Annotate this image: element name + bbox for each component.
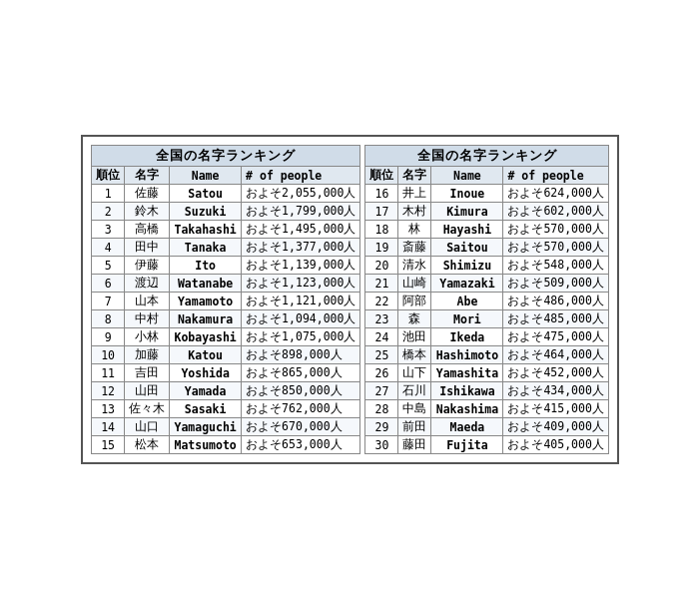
rank-cell: 21 (365, 275, 398, 293)
rank-cell: 25 (365, 346, 398, 364)
rank-cell: 16 (365, 185, 398, 203)
table-row: 27 石川 Ishikawa およそ434,000人 (365, 382, 608, 400)
people-cell: およそ1,123,000人 (242, 275, 360, 293)
kanji-cell: 小林 (125, 328, 170, 346)
table-row: 30 藤田 Fujita およそ405,000人 (365, 436, 608, 454)
rank-cell: 17 (365, 203, 398, 221)
table-row: 16 井上 Inoue およそ624,000人 (365, 185, 608, 203)
kanji-cell: 中村 (125, 310, 170, 328)
kanji-cell: 前田 (398, 418, 431, 436)
kanji-cell: 阿部 (398, 293, 431, 310)
table-row: 28 中島 Nakashima およそ415,000人 (365, 400, 608, 418)
name-cell: Satou (170, 185, 242, 203)
name-cell: Ikeda (431, 328, 503, 346)
people-cell: およそ1,377,000人 (242, 239, 360, 257)
table-row: 7 山本 Yamamoto およそ1,121,000人 (92, 293, 360, 310)
kanji-cell: 中島 (398, 400, 431, 418)
name-cell: Hayashi (431, 221, 503, 239)
kanji-cell: 吉田 (125, 364, 170, 382)
people-cell: およそ653,000人 (242, 436, 360, 454)
name-cell: Sasaki (170, 400, 242, 418)
rank-cell: 22 (365, 293, 398, 310)
kanji-cell: 藤田 (398, 436, 431, 454)
rank-cell: 15 (92, 436, 125, 454)
table-row: 10 加藤 Katou およそ898,000人 (92, 346, 360, 364)
table-row: 4 田中 Tanaka およそ1,377,000人 (92, 239, 360, 257)
rank-cell: 26 (365, 364, 398, 382)
name-cell: Kobayashi (170, 328, 242, 346)
people-cell: およそ1,799,000人 (242, 203, 360, 221)
table-row: 9 小林 Kobayashi およそ1,075,000人 (92, 328, 360, 346)
rank-cell: 13 (92, 400, 125, 418)
rank-cell: 27 (365, 382, 398, 400)
left-header-people: # of people (242, 167, 360, 185)
kanji-cell: 渡辺 (125, 275, 170, 293)
people-cell: およそ464,000人 (503, 346, 608, 364)
name-cell: Yamaguchi (170, 418, 242, 436)
table-row: 1 佐藤 Satou およそ2,055,000人 (92, 185, 360, 203)
right-table-title: 全国の名字ランキング (365, 146, 608, 167)
people-cell: およそ602,000人 (503, 203, 608, 221)
people-cell: およそ475,000人 (503, 328, 608, 346)
people-cell: およそ1,139,000人 (242, 257, 360, 275)
table-row: 2 鈴木 Suzuki およそ1,799,000人 (92, 203, 360, 221)
table-row: 29 前田 Maeda およそ409,000人 (365, 418, 608, 436)
rank-cell: 20 (365, 257, 398, 275)
rank-cell: 9 (92, 328, 125, 346)
main-container: 全国の名字ランキング 順位 名字 Name # of people 1 佐藤 S… (81, 135, 619, 464)
kanji-cell: 木村 (398, 203, 431, 221)
name-cell: Inoue (431, 185, 503, 203)
people-cell: およそ850,000人 (242, 382, 360, 400)
name-cell: Yamada (170, 382, 242, 400)
kanji-cell: 佐藤 (125, 185, 170, 203)
rank-cell: 29 (365, 418, 398, 436)
name-cell: Ito (170, 257, 242, 275)
table-row: 19 斎藤 Saitou およそ570,000人 (365, 239, 608, 257)
people-cell: およそ1,075,000人 (242, 328, 360, 346)
table-row: 12 山田 Yamada およそ850,000人 (92, 382, 360, 400)
people-cell: およそ452,000人 (503, 364, 608, 382)
name-cell: Watanabe (170, 275, 242, 293)
kanji-cell: 石川 (398, 382, 431, 400)
table-row: 24 池田 Ikeda およそ475,000人 (365, 328, 608, 346)
left-table-title: 全国の名字ランキング (92, 146, 360, 167)
people-cell: およそ570,000人 (503, 239, 608, 257)
rank-cell: 4 (92, 239, 125, 257)
kanji-cell: 山口 (125, 418, 170, 436)
table-row: 21 山崎 Yamazaki およそ509,000人 (365, 275, 608, 293)
name-cell: Mori (431, 310, 503, 328)
people-cell: およそ762,000人 (242, 400, 360, 418)
name-cell: Takahashi (170, 221, 242, 239)
right-header-kanji: 名字 (398, 167, 431, 185)
left-header-kanji: 名字 (125, 167, 170, 185)
people-cell: およそ548,000人 (503, 257, 608, 275)
people-cell: およそ486,000人 (503, 293, 608, 310)
rank-cell: 3 (92, 221, 125, 239)
name-cell: Hashimoto (431, 346, 503, 364)
rank-cell: 11 (92, 364, 125, 382)
table-row: 13 佐々木 Sasaki およそ762,000人 (92, 400, 360, 418)
table-row: 22 阿部 Abe およそ486,000人 (365, 293, 608, 310)
kanji-cell: 加藤 (125, 346, 170, 364)
table-row: 8 中村 Nakamura およそ1,094,000人 (92, 310, 360, 328)
name-cell: Maeda (431, 418, 503, 436)
kanji-cell: 池田 (398, 328, 431, 346)
name-cell: Yamazaki (431, 275, 503, 293)
right-header-people: # of people (503, 167, 608, 185)
kanji-cell: 山下 (398, 364, 431, 382)
name-cell: Suzuki (170, 203, 242, 221)
rank-cell: 2 (92, 203, 125, 221)
kanji-cell: 田中 (125, 239, 170, 257)
rank-cell: 24 (365, 328, 398, 346)
right-header-rank: 順位 (365, 167, 398, 185)
table-row: 20 清水 Shimizu およそ548,000人 (365, 257, 608, 275)
rank-cell: 1 (92, 185, 125, 203)
table-row: 6 渡辺 Watanabe およそ1,123,000人 (92, 275, 360, 293)
people-cell: およそ415,000人 (503, 400, 608, 418)
rank-cell: 19 (365, 239, 398, 257)
people-cell: およそ898,000人 (242, 346, 360, 364)
name-cell: Kimura (431, 203, 503, 221)
kanji-cell: 林 (398, 221, 431, 239)
people-cell: およそ865,000人 (242, 364, 360, 382)
name-cell: Saitou (431, 239, 503, 257)
